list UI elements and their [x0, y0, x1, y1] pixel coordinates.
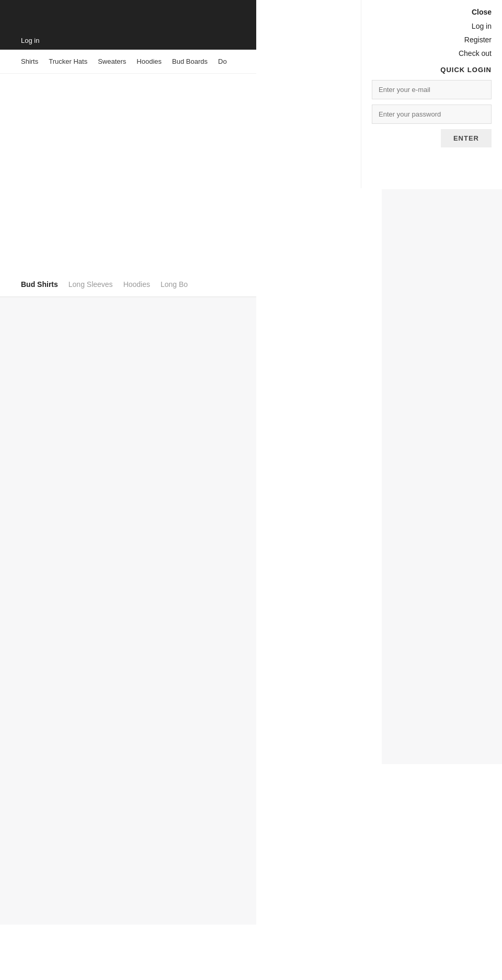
checkout-link[interactable]: Check out	[459, 49, 492, 57]
tab-hoodies[interactable]: Hoodies	[123, 280, 150, 289]
nav-shirts[interactable]: Shirts	[21, 57, 38, 65]
hero-area	[0, 74, 256, 272]
login-link[interactable]: Log in	[472, 22, 492, 30]
dropdown-nav-item[interactable]: Register	[372, 35, 492, 44]
tab-long-sleeves[interactable]: Long Sleeves	[69, 280, 113, 289]
dropdown-nav: Log in Register Check out	[372, 21, 492, 58]
dropdown-nav-item[interactable]: Check out	[372, 49, 492, 58]
nav-bud-boards[interactable]: Bud Boards	[172, 57, 208, 65]
tab-long-bo[interactable]: Long Bo	[161, 280, 188, 289]
product-grid	[0, 297, 256, 925]
email-input[interactable]	[372, 80, 492, 99]
nav-trucker-hats[interactable]: Trucker Hats	[49, 57, 87, 65]
nav-do[interactable]: Do	[218, 57, 227, 65]
password-input[interactable]	[372, 105, 492, 124]
nav-hoodies[interactable]: Hoodies	[136, 57, 162, 65]
right-sidebar	[382, 189, 502, 764]
nav-sweaters[interactable]: Sweaters	[98, 57, 126, 65]
tab-bud-shirts[interactable]: Bud Shirts	[21, 280, 58, 289]
dropdown-panel: Close Log in Register Check out QUICK LO…	[361, 0, 502, 188]
dropdown-nav-item[interactable]: Log in	[372, 21, 492, 31]
navbar: Shirts Trucker Hats Sweaters Hoodies Bud…	[0, 50, 256, 74]
header: Log in	[0, 0, 256, 50]
register-link[interactable]: Register	[464, 36, 492, 44]
close-button[interactable]: Close	[372, 8, 492, 16]
enter-button[interactable]: ENTER	[441, 129, 492, 147]
quick-login-heading: QUICK LOGIN	[372, 66, 492, 74]
category-tabs: Bud Shirts Long Sleeves Hoodies Long Bo	[0, 272, 256, 297]
header-login-link[interactable]: Log in	[21, 37, 39, 44]
